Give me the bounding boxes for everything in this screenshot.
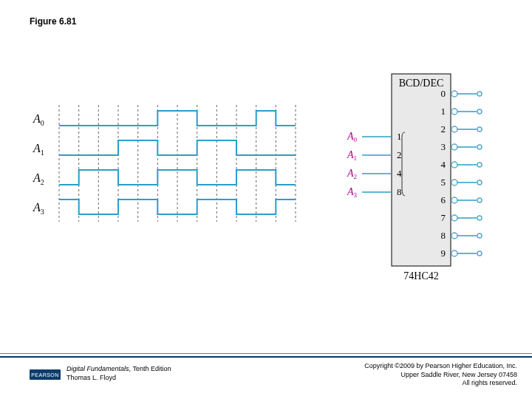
svg-point-66: [451, 250, 457, 256]
svg-point-68: [477, 251, 482, 256]
svg-point-64: [477, 233, 482, 238]
svg-point-48: [477, 163, 482, 167]
time-guides: [59, 105, 296, 222]
svg-point-52: [477, 180, 482, 185]
svg-text:6: 6: [441, 194, 446, 205]
svg-text:5: 5: [441, 177, 446, 188]
svg-point-32: [477, 92, 482, 96]
book-title: Digital Fundamentals: [66, 365, 129, 372]
svg-text:A2: A2: [347, 168, 357, 180]
signal-label-A0: A0: [33, 112, 44, 127]
signal-label-A3: A3: [33, 201, 44, 216]
svg-text:A3: A3: [347, 186, 358, 199]
svg-point-42: [451, 144, 457, 150]
svg-text:A1: A1: [347, 149, 357, 162]
svg-point-56: [477, 198, 482, 202]
svg-point-54: [451, 197, 457, 203]
svg-text:2: 2: [441, 123, 446, 134]
signal-label-A1: A1: [33, 142, 44, 157]
figure-title: Figure 6.81: [30, 16, 76, 27]
svg-text:3: 3: [441, 141, 446, 152]
svg-text:1: 1: [397, 131, 402, 142]
decoder-block: BCD/DEC 74HC42 A0 1 A1 2 A2 4 A3 8 0 1 2…: [318, 70, 502, 292]
copyright-line: Copyright ©2009 by Pearson Higher Educat…: [364, 362, 517, 371]
svg-text:2: 2: [397, 149, 402, 160]
svg-text:9: 9: [441, 248, 446, 259]
svg-text:7: 7: [441, 212, 446, 223]
signal-label-A2: A2: [33, 171, 44, 186]
svg-point-44: [477, 145, 482, 149]
svg-point-30: [451, 91, 457, 97]
book-edition: , Tenth Edition: [129, 365, 171, 372]
decoder-title: BCD/DEC: [399, 78, 444, 89]
svg-point-34: [451, 109, 457, 115]
svg-point-62: [451, 233, 457, 239]
rights-line: All rights reserved.: [364, 379, 517, 388]
svg-point-60: [477, 216, 482, 220]
svg-point-50: [451, 180, 457, 185]
svg-text:8: 8: [397, 186, 402, 197]
svg-point-38: [451, 126, 457, 132]
footer-divider: [0, 353, 532, 358]
footer: Digital Fundamentals, Tenth Edition Thom…: [0, 361, 532, 392]
address-line: Upper Saddle River, New Jersey 07458: [364, 371, 517, 380]
svg-text:A0: A0: [347, 131, 358, 143]
svg-text:A0: A0: [33, 112, 44, 127]
svg-point-40: [477, 127, 482, 132]
svg-text:4: 4: [397, 168, 402, 179]
svg-text:8: 8: [441, 230, 446, 241]
footer-right: Copyright ©2009 by Pearson Higher Educat…: [364, 362, 517, 388]
svg-point-58: [451, 215, 457, 221]
svg-text:4: 4: [441, 159, 446, 170]
svg-text:0: 0: [441, 88, 446, 99]
timing-diagram: A0 A1 A2 A3: [30, 96, 303, 236]
svg-text:A2: A2: [33, 171, 44, 186]
svg-point-36: [477, 109, 482, 114]
decoder-part-number: 74HC42: [403, 270, 438, 282]
footer-left: Digital Fundamentals, Tenth Edition Thom…: [66, 365, 171, 382]
svg-text:A3: A3: [33, 201, 44, 216]
author: Thomas L. Floyd: [66, 374, 171, 383]
svg-text:1: 1: [441, 106, 446, 117]
svg-text:A1: A1: [33, 142, 44, 157]
svg-point-46: [451, 162, 457, 168]
